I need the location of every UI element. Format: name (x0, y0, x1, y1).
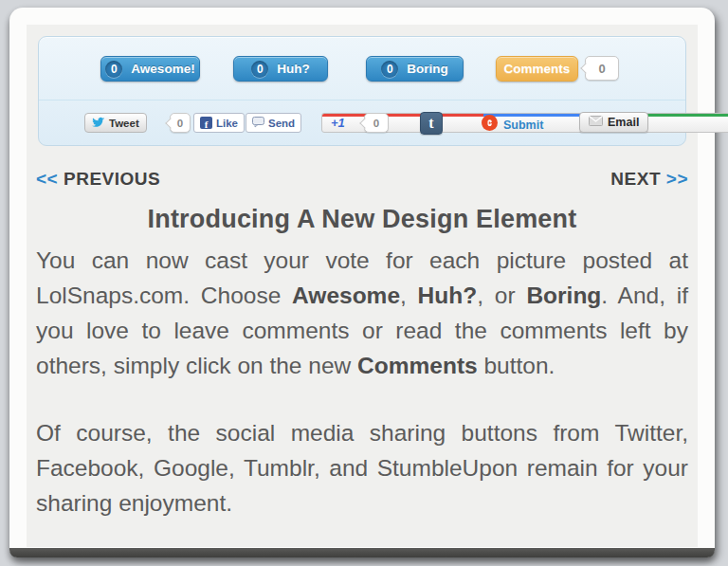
tumblr-button[interactable]: t (420, 112, 443, 135)
previous-label: PREVIOUS (64, 169, 160, 189)
article-title: Introducing A New Design Element (36, 205, 688, 234)
content-area: 0 Awesome! 0 Huh? 0 Boring Comments 0 (27, 25, 698, 547)
previous-link[interactable]: << PREVIOUS (36, 169, 160, 190)
next-arrows-icon: >> (666, 169, 688, 189)
article-paragraph-2: Of course, the social media sharing butt… (36, 415, 688, 520)
vote-buttons-row: 0 Awesome! 0 Huh? 0 Boring Comments 0 (39, 56, 685, 82)
plus-one-label: +1 (331, 116, 345, 130)
email-envelope-icon (589, 116, 603, 129)
plus-one-count-bubble: 0 (364, 113, 389, 133)
panel-divider (39, 100, 685, 100)
p1-seg-4: , or (477, 283, 526, 308)
stumbleupon-icon (482, 115, 498, 135)
huh-button[interactable]: 0 Huh? (233, 56, 328, 82)
awesome-count-badge: 0 (105, 61, 122, 78)
next-label: NEXT (610, 169, 661, 189)
send-label: Send (268, 118, 295, 129)
comments-count: 0 (598, 62, 605, 76)
tweet-count-bubble: 0 (170, 113, 191, 133)
email-button[interactable]: Email (579, 112, 648, 133)
send-bubble-icon (252, 117, 264, 130)
pager: << PREVIOUS NEXT >> (36, 165, 688, 193)
boring-label: Boring (407, 62, 448, 76)
p1-seg-comments: Comments (357, 353, 478, 378)
twitter-bird-icon (92, 117, 105, 130)
previous-arrows-icon: << (36, 169, 58, 189)
social-buttons-row: Tweet 0 f Like Send +1 (39, 112, 685, 135)
boring-button[interactable]: 0 Boring (366, 56, 464, 82)
huh-label: Huh? (277, 62, 310, 76)
p1-seg-huh: Huh? (418, 283, 478, 308)
comments-count-bubble: 0 (585, 56, 619, 81)
next-link[interactable]: NEXT >> (610, 169, 688, 190)
email-label: Email (608, 116, 639, 129)
p1-seg-2: , (400, 283, 418, 308)
tweet-label: Tweet (109, 118, 139, 129)
card-bottom-bar (9, 548, 715, 557)
tweet-button[interactable]: Tweet (84, 113, 147, 133)
comments-button[interactable]: Comments (496, 56, 578, 82)
p1-seg-8: button. (478, 353, 555, 378)
huh-count-badge: 0 (251, 61, 268, 78)
vote-share-panel: 0 Awesome! 0 Huh? 0 Boring Comments 0 (38, 36, 686, 146)
plus-one-count: 0 (373, 118, 379, 129)
tweet-count: 0 (177, 118, 183, 129)
stumbleupon-submit-button[interactable]: Submit (482, 115, 543, 135)
facebook-send-button[interactable]: Send (246, 113, 301, 133)
awesome-label: Awesome! (131, 62, 194, 76)
facebook-like-button[interactable]: f Like (193, 113, 245, 133)
page-card: 0 Awesome! 0 Huh? 0 Boring Comments 0 (9, 8, 715, 557)
tumblr-t-icon: t (428, 115, 433, 132)
like-label: Like (216, 118, 238, 129)
p1-seg-awesome: Awesome (292, 283, 400, 308)
boring-count-badge: 0 (381, 61, 398, 78)
article-paragraph-1: You can now cast your vote for each pict… (36, 243, 688, 383)
p1-seg-boring: Boring (526, 283, 601, 308)
awesome-button[interactable]: 0 Awesome! (100, 56, 200, 82)
facebook-icon: f (200, 117, 212, 129)
comments-label: Comments (504, 62, 571, 76)
submit-label: Submit (503, 119, 543, 132)
